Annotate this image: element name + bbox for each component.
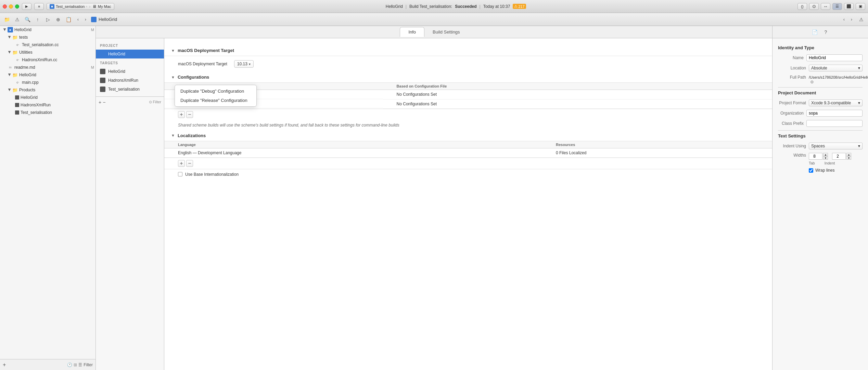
inspector-format-select[interactable]: Xcode 9.3-compatible ▾ xyxy=(809,100,863,106)
full-path-label: Full Path xyxy=(778,75,809,84)
sidebar-item-tests[interactable]: ▶ 📁 tests xyxy=(0,34,95,41)
indent-width-input[interactable] xyxy=(832,153,846,160)
target-hadronsxml-item[interactable]: HadronsXmlRun xyxy=(96,76,164,85)
internationalization-row: Use Base Internationalization xyxy=(164,169,772,180)
sidebar-item-utilities[interactable]: ▶ 📁 Utilities xyxy=(0,49,95,56)
sidebar-item-main-cpp[interactable]: c· main.cpp xyxy=(0,79,95,86)
sidebar-add-button[interactable]: + xyxy=(3,362,6,368)
filter-button[interactable]: ☰ Filter xyxy=(78,362,93,367)
base-internationalization-checkbox[interactable] xyxy=(178,172,182,176)
folder-icon-products: 📁 xyxy=(12,88,18,93)
indent-decrement-button[interactable]: ▼ xyxy=(846,156,851,160)
inspector-indent-using-select[interactable]: Spaces ▾ xyxy=(809,143,863,149)
wrap-lines-checkbox[interactable] xyxy=(809,168,813,173)
tab-decrement-button[interactable]: ▼ xyxy=(823,156,828,160)
sidebar-item-target-test[interactable]: Test_serialisation xyxy=(0,109,95,116)
inspector-prefix-input[interactable] xyxy=(806,120,863,127)
maximize-button[interactable] xyxy=(15,4,19,9)
back-forward-button[interactable]: ↔ xyxy=(821,3,830,10)
remove-loc-button[interactable]: − xyxy=(186,160,193,167)
minimize-button[interactable] xyxy=(9,4,13,9)
localizations-table: Language Resources English — Development… xyxy=(164,141,772,158)
warning-badge[interactable]: ⚠ 217 xyxy=(513,4,526,9)
sidebar-item-test-cc[interactable]: c· Test_serialisation.cc xyxy=(0,41,95,49)
destination-icon: 🖥 xyxy=(92,4,97,9)
target-hellgrid-label: HelloGrid xyxy=(108,69,125,74)
inspector-help-tab[interactable]: ? xyxy=(820,27,831,38)
tab-build-settings[interactable]: Build Settings xyxy=(424,27,468,37)
scheme-selector[interactable]: ■ Test_serialisation › › 🖥 My Mac xyxy=(47,3,114,10)
sidebar-item-products[interactable]: ▶ 📁 Products xyxy=(0,86,95,94)
sidebar-item-hellgrid-root[interactable]: ▶ ■ HelloGrid M xyxy=(0,26,95,34)
scm-button[interactable]: ↑ xyxy=(34,15,42,24)
sidebar-target-test-label: Test_serialisation xyxy=(21,110,94,115)
navigator-button[interactable]: ☰ xyxy=(832,3,842,10)
scheme-name: Test_serialisation xyxy=(56,4,85,9)
debug-nav-button[interactable]: ▷ xyxy=(44,15,52,24)
configurations-section-header[interactable]: ▼ Configurations xyxy=(164,72,772,83)
sidebar-content: ▶ ■ HelloGrid M ▶ 📁 tests c· Test_serial… xyxy=(0,26,95,359)
deployment-section-header[interactable]: ▼ macOS Deployment Target xyxy=(164,45,772,56)
breakpoints-button[interactable]: ⊙ xyxy=(809,3,819,10)
sidebar-item-readme[interactable]: m readme.md M xyxy=(0,64,95,71)
sidebar-item-target-hellgrid[interactable]: HelloGrid xyxy=(0,94,95,101)
project-item-hellgrid[interactable]: HelloGrid xyxy=(96,50,164,58)
target-hellgrid-item[interactable]: HelloGrid xyxy=(96,67,164,76)
forward-button[interactable]: › xyxy=(82,16,89,23)
configurations-chevron: ▼ xyxy=(171,75,175,79)
add-loc-button[interactable]: + xyxy=(178,160,185,167)
indent-label: Indent xyxy=(825,161,835,165)
sidebar-item-target-hadronsxml[interactable]: HadronsXmlRun xyxy=(0,101,95,109)
dropdown-item-release[interactable]: Duplicate "Release" Configuration xyxy=(175,96,256,105)
sidebar-item-hadronsxml-cc[interactable]: c· HadronsXmlRun.cc xyxy=(0,56,95,64)
breakpoints-nav-button[interactable]: ⊕ xyxy=(54,15,62,24)
remove-config-button[interactable]: − xyxy=(186,111,193,118)
inspector-button[interactable]: ▣ xyxy=(856,3,865,10)
gear-icon[interactable]: ⚙ xyxy=(810,80,814,84)
search-button[interactable]: 🔍 xyxy=(23,15,31,24)
dropdown-item-debug[interactable]: Duplicate "Debug" Configuration xyxy=(175,87,256,96)
play-button[interactable]: ▶ xyxy=(22,3,31,10)
deployment-select[interactable]: 10.13 ▾ xyxy=(234,60,254,68)
help-icon: ? xyxy=(825,29,827,35)
next-button[interactable]: › xyxy=(848,16,855,23)
titlebar: ▶ ■ ■ Test_serialisation › › 🖥 My Mac He… xyxy=(0,0,868,13)
localizations-section-header[interactable]: ▼ Localizations xyxy=(164,130,772,141)
sidebar-root-label: HelloGrid xyxy=(14,27,90,32)
build-sep2: | xyxy=(480,4,481,9)
issues-button[interactable]: ⚠ xyxy=(13,15,21,24)
reports-button[interactable]: 📋 xyxy=(64,15,73,24)
file-inspector-icon: 📄 xyxy=(812,29,818,35)
warning-count: 217 xyxy=(518,4,524,9)
chevron-icon: › xyxy=(86,5,87,8)
tab-width-input[interactable] xyxy=(809,153,822,160)
code-view-button[interactable]: {} xyxy=(797,3,807,10)
debug-button[interactable]: ⬛ xyxy=(844,3,854,10)
expand-arrow-root: ▶ xyxy=(3,27,8,32)
deployment-title: macOS Deployment Target xyxy=(178,48,234,53)
tab-increment-button[interactable]: ▲ xyxy=(823,153,828,156)
inspector-file-tab[interactable]: 📄 xyxy=(809,27,820,38)
target-icon-hadronsxml xyxy=(100,78,105,83)
back-button[interactable]: ‹ xyxy=(75,16,81,23)
folder-icon: 📁 xyxy=(4,17,10,22)
folder-button[interactable]: 📁 xyxy=(3,15,11,24)
tab-info[interactable]: Info xyxy=(400,27,424,37)
prev-button[interactable]: ‹ xyxy=(841,16,847,23)
panel-remove-button[interactable]: − xyxy=(103,100,105,105)
indent-increment-button[interactable]: ▲ xyxy=(846,153,851,156)
project-item-label: HelloGrid xyxy=(108,52,125,56)
inspector-org-input[interactable] xyxy=(806,110,863,117)
inspector-name-input[interactable] xyxy=(806,54,863,61)
sidebar-item-hellgrid-folder[interactable]: ▶ 📁 HelloGrid xyxy=(0,71,95,79)
inspector-location-select[interactable]: Absolute ▾ xyxy=(809,65,863,71)
panel-add-button[interactable]: + xyxy=(99,100,101,105)
warning-toolbar-icon[interactable]: ⚠ xyxy=(857,15,865,24)
target-test-item[interactable]: Test_serialisation xyxy=(96,85,164,94)
stop-button[interactable]: ■ xyxy=(34,3,44,10)
inspector-name-label: Name xyxy=(778,55,806,60)
divider-1 xyxy=(778,87,863,88)
close-button[interactable] xyxy=(3,4,7,9)
add-config-button[interactable]: + xyxy=(178,111,185,118)
warning-toolbar: ⚠ xyxy=(859,17,864,22)
